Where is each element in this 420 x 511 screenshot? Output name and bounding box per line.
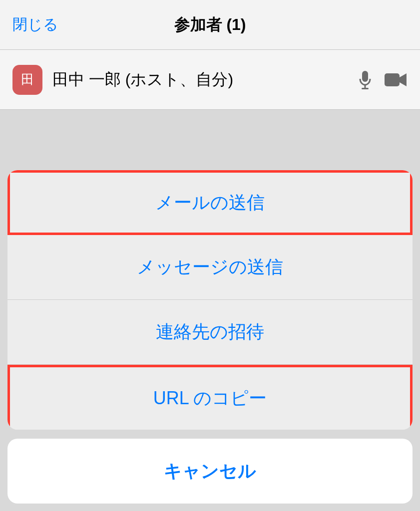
option-group: メールの送信 メッセージの送信 連絡先の招待 URL のコピー xyxy=(7,170,413,430)
option-label: メッセージの送信 xyxy=(137,255,283,279)
microphone-icon xyxy=(358,70,372,90)
page-title: 参加者 (1) xyxy=(0,14,420,36)
svg-rect-2 xyxy=(362,88,369,89)
header: 閉じる 参加者 (1) xyxy=(0,0,420,50)
avatar-text: 田 xyxy=(21,71,34,88)
close-button[interactable]: 閉じる xyxy=(12,14,58,35)
invite-contacts-option[interactable]: 連絡先の招待 xyxy=(7,300,413,365)
avatar: 田 xyxy=(12,65,42,95)
send-message-option[interactable]: メッセージの送信 xyxy=(7,235,413,300)
option-label: URL のコピー xyxy=(153,386,267,411)
option-label: メールの送信 xyxy=(155,191,265,215)
copy-url-option[interactable]: URL のコピー xyxy=(7,365,413,430)
svg-rect-0 xyxy=(362,71,368,82)
cancel-button[interactable]: キャンセル xyxy=(7,439,413,504)
action-sheet: メールの送信 メッセージの送信 連絡先の招待 URL のコピー キャンセル xyxy=(0,163,420,511)
option-label: 連絡先の招待 xyxy=(156,320,264,344)
svg-rect-1 xyxy=(365,85,366,88)
status-icons xyxy=(358,70,408,90)
participant-name: 田中 一郎 (ホスト、自分) xyxy=(52,69,358,91)
send-email-option[interactable]: メールの送信 xyxy=(7,170,413,235)
cancel-label: キャンセル xyxy=(164,459,256,484)
participant-row[interactable]: 田 田中 一郎 (ホスト、自分) xyxy=(0,50,420,110)
video-icon xyxy=(385,72,408,87)
svg-rect-3 xyxy=(385,73,400,86)
